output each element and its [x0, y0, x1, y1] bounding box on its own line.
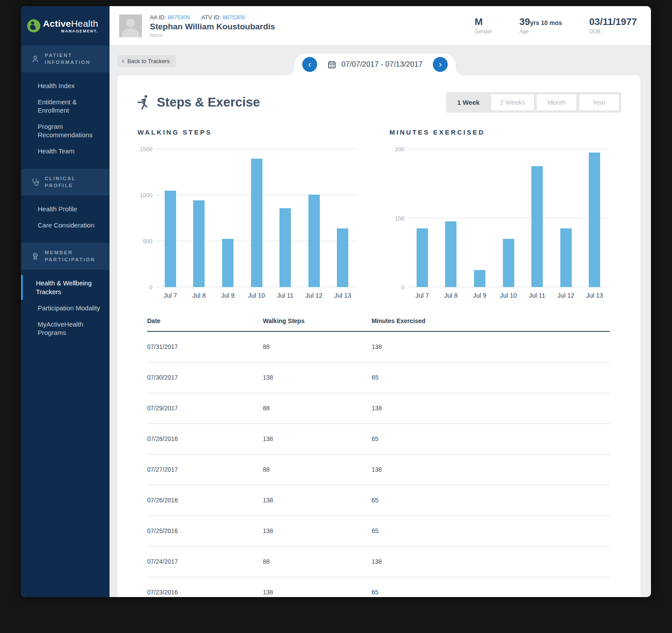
aa-id: AA ID:8675309	[150, 14, 190, 21]
x-axis: Jul 7Jul 8Jul 9Jul 10Jul 11Jul 12Jul 13	[408, 292, 609, 299]
y-tick-label: 200	[395, 146, 404, 153]
x-tick-label: Jul 12	[552, 292, 580, 299]
bar-jul-12	[560, 228, 572, 287]
back-to-trackers-button[interactable]: ‹ Back to Trackers	[117, 55, 176, 67]
next-week-button[interactable]: ›	[433, 57, 448, 72]
bar-jul-12	[308, 195, 320, 287]
sidebar-item-care-consideration[interactable]: Care Consideration	[21, 217, 110, 233]
period-tab-2-weeks[interactable]: 2 Weeks	[491, 94, 534, 111]
table-cell: 138	[371, 393, 610, 423]
sidebar-section-patient-information: Patient Information	[21, 46, 110, 72]
table-cell: 138	[263, 423, 371, 454]
table-cell: 65	[371, 485, 610, 516]
table-cell: 65	[371, 423, 610, 454]
sidebar-item-health-team[interactable]: Health Team	[21, 143, 110, 159]
sidebar-item-entitlement-enrollment[interactable]: Entitlement & Enrollment	[21, 94, 110, 118]
y-tick-label: 100	[395, 215, 404, 221]
bar-jul-13	[589, 153, 600, 287]
x-tick-label: Jul 12	[300, 292, 329, 299]
calendar-icon	[327, 60, 336, 69]
chart-title: MINUTES EXERCISED	[389, 128, 609, 136]
y-axis: 050010001500	[138, 149, 156, 287]
table-cell: 65	[371, 362, 610, 393]
table-cell: 07/25/2016	[147, 516, 263, 546]
table-cell: 07/23/2016	[147, 577, 263, 597]
patient-name-label: Name	[150, 32, 275, 38]
table-row: 07/28/201613865	[147, 423, 610, 454]
table-cell: 138	[263, 485, 371, 516]
chevron-left-icon: ‹	[122, 57, 124, 64]
atv-id: ATV ID:8675309	[201, 14, 244, 21]
x-tick-label: Jul 13	[580, 292, 609, 299]
x-tick-label: Jul 9	[213, 292, 242, 299]
sidebar-item-health-wellbeing-trackers[interactable]: Health & Wellbeing Trackers	[21, 275, 110, 299]
dob-stat: 03/11/1977 DOB	[589, 17, 637, 34]
age-stat: 39yrs 10 mos Age	[519, 17, 562, 34]
y-tick-label: 0	[401, 284, 404, 291]
sidebar-item-participation-modality[interactable]: Participation Modality	[21, 300, 110, 316]
period-tab-year[interactable]: Year	[579, 94, 619, 111]
x-tick-label: Jul 8	[437, 292, 466, 299]
x-tick-label: Jul 11	[523, 292, 552, 299]
y-tick-label: 1500	[140, 146, 152, 153]
brand-tagline: MANAGEMENT.	[43, 29, 98, 33]
table-cell: 07/29/2017	[147, 393, 263, 423]
table-cell: 88	[263, 393, 371, 423]
y-axis: 0100200	[389, 149, 408, 287]
sidebar-section-member-participation: Member Participation	[21, 243, 110, 270]
period-tab-1-week[interactable]: 1 Week	[448, 94, 488, 111]
column-header-minutes-exercised: Minutes Exercised	[371, 317, 610, 331]
app-window: ActiveHealth MANAGEMENT. Patient Informa…	[21, 6, 651, 597]
bar-jul-10	[251, 159, 262, 287]
table-cell: 65	[371, 577, 610, 597]
table-cell: 138	[371, 546, 610, 577]
table-cell: 138	[263, 577, 371, 597]
x-tick-label: Jul 11	[271, 292, 300, 299]
patient-name: Stephan William Koustoubardis	[150, 22, 275, 32]
x-tick-label: Jul 7	[408, 292, 437, 299]
minutes-exercised-chart: MINUTES EXERCISED0100200Jul 7Jul 8Jul 9J…	[389, 128, 609, 299]
patient-header: AA ID:8675309 ATV ID:8675309 Stephan Wil…	[110, 6, 651, 46]
bar-jul-11	[279, 208, 291, 287]
prev-week-button[interactable]: ‹	[302, 57, 317, 72]
x-tick-label: Jul 10	[242, 292, 271, 299]
sidebar-item-health-index[interactable]: Health Index	[21, 78, 110, 94]
column-header-date: Date	[147, 317, 263, 331]
bar-jul-10	[503, 239, 514, 287]
y-tick-label: 500	[143, 238, 152, 245]
x-tick-label: Jul 9	[465, 292, 494, 299]
chart-title: WALKING STEPS	[138, 128, 357, 136]
table-row: 07/31/201788138	[147, 331, 610, 362]
table-cell: 07/28/2016	[147, 423, 263, 454]
walking-steps-chart: WALKING STEPS050010001500Jul 7Jul 8Jul 9…	[138, 128, 357, 299]
date-range-selector: ‹ 07/07/2017 - 07/13/2017 ›	[294, 53, 456, 75]
bar-jul-9	[474, 270, 485, 287]
table-row: 07/27/201788138	[147, 454, 610, 485]
table-header-row: DateWalking StepsMinutes Exercised	[147, 317, 610, 331]
period-tab-month[interactable]: Month	[536, 94, 577, 111]
x-tick-label: Jul 13	[328, 292, 357, 299]
table-row: 07/26/201613865	[147, 485, 610, 516]
x-tick-label: Jul 7	[156, 292, 185, 299]
person-icon	[31, 54, 40, 64]
atv-id-value[interactable]: 8675309	[223, 14, 245, 21]
table-cell: 07/31/2017	[147, 331, 263, 362]
sidebar-item-myactivehealth-programs[interactable]: MyActiveHealth Programs	[21, 316, 110, 341]
table-row: 07/24/201788138	[147, 546, 610, 577]
y-tick-label: 1000	[140, 192, 152, 199]
table-cell: 65	[371, 516, 610, 546]
sidebar-item-program-recommendations[interactable]: Program Recommendations	[21, 118, 110, 143]
gender-stat: M Gender	[474, 17, 492, 34]
tracker-card: Steps & Exercise 1 Week2 WeeksMonthYear …	[117, 75, 640, 597]
aa-id-value[interactable]: 8675309	[168, 14, 190, 21]
table-cell: 138	[371, 331, 610, 362]
x-axis: Jul 7Jul 8Jul 9Jul 10Jul 11Jul 12Jul 13	[156, 292, 357, 299]
avatar	[119, 14, 142, 37]
bar-jul-8	[445, 221, 456, 287]
bar-jul-11	[531, 166, 543, 287]
table-cell: 07/27/2017	[147, 454, 263, 485]
sidebar-item-health-profile[interactable]: Health Profile	[21, 201, 110, 217]
bar-jul-8	[193, 200, 205, 287]
x-tick-label: Jul 10	[494, 292, 523, 299]
activehealth-globe-icon	[27, 19, 40, 32]
